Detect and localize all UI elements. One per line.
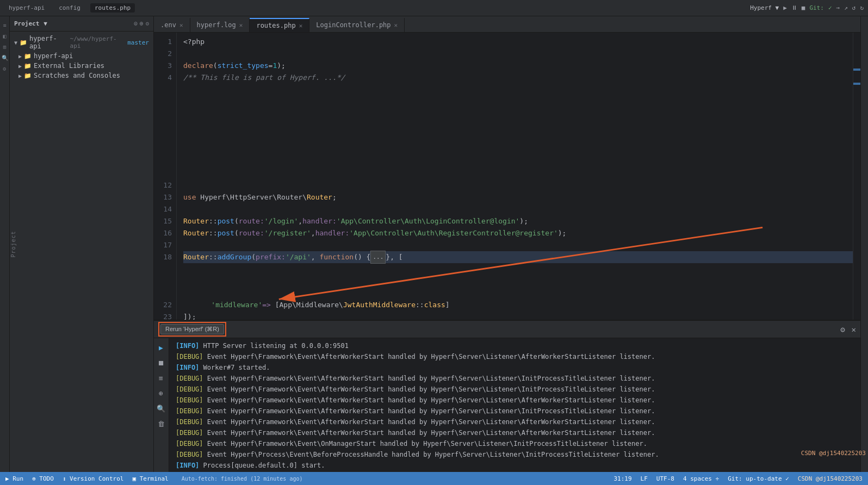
code-editor[interactable]: 1 2 3 4 12 13 14 15 16 17 18 <box>154 33 860 320</box>
autofetch-text: Auto-fetch: finished (12 minutes ago) <box>182 476 303 482</box>
project-header: Project ▼ ⊙ ⊕ ⚙ <box>10 16 153 32</box>
subfolder-icon: 📁 <box>24 53 32 60</box>
git-undo[interactable]: ↺ <box>852 4 856 11</box>
panel-output: [INFO] HTTP Server listening at 0.0.0.0:… <box>169 338 860 472</box>
panel-close-icon[interactable]: ✕ <box>852 325 856 334</box>
bottom-content: ▶ ⏹ ≡ ⊕ 🔍 🗑 [INFO] HTTP Server listening… <box>154 338 860 472</box>
root-label: hyperf-api <box>29 35 66 50</box>
code-line-gap10 <box>183 275 853 287</box>
output-line: [DEBUG] Event Hyperf\Framework\Event\Aft… <box>169 427 860 438</box>
sidebar-icons: ≡ ◧ ⊞ 🔍 ⚙ <box>0 16 10 472</box>
tab-login-close[interactable]: ✕ <box>394 22 398 29</box>
bottom-panel-header: Rerun 'Hyperf' (⌘R) ⚙ ✕ <box>154 321 860 338</box>
rerun-button[interactable]: Rerun 'Hyperf' (⌘R) <box>160 324 224 334</box>
status-run[interactable]: ▶ Run <box>5 475 23 482</box>
code-line-22: 'middleware' => [App\Middleware\JwtAuthM… <box>183 299 853 311</box>
code-line-2 <box>183 48 853 60</box>
sidebar-icon-2[interactable]: ◧ <box>1 32 9 40</box>
tab-env-close[interactable]: ✕ <box>179 22 183 29</box>
output-line: [INFO] Worker#7 started. <box>169 362 860 373</box>
git-forward[interactable]: → <box>836 4 840 11</box>
code-line-1: <?php <box>183 36 853 48</box>
project-tool-2[interactable]: ⊕ <box>140 20 144 27</box>
tree-root[interactable]: ▼ 📁 hyperf-api ~/www/hyperf-api master <box>10 34 153 51</box>
scratch-label: Scratches and Consoles <box>34 72 120 79</box>
ext-lib-label: External Libraries <box>34 62 104 70</box>
code-line-15: Router::post( route: '/login', handler: … <box>183 215 853 227</box>
code-line-gap3 <box>183 108 853 120</box>
tab-login-controller[interactable]: LoginController.php ✕ <box>309 18 405 32</box>
code-content: <?php declare(strict_types=1); /** This … <box>177 33 853 320</box>
code-line-17 <box>183 239 853 251</box>
tab-hyperf-log[interactable]: hyperf.log ✕ <box>190 18 250 32</box>
editor-wrapper: .env ✕ hyperf.log ✕ routes.php ✕ LoginCo… <box>154 16 860 472</box>
top-bar-right: Hyperf ▼ ▶ ⏸ ■ Git: ✓ → ↗ ↺ ↻ <box>750 4 864 11</box>
code-line-4: /** This file is part of Hyperf. ...*/ <box>183 72 853 84</box>
sidebar-icon-3[interactable]: ⊞ <box>1 42 9 51</box>
output-line: [DEBUG] Event Hyperf\Framework\Event\Aft… <box>169 373 860 384</box>
tree-hyperf-api[interactable]: ▶ 📁 hyperf-api <box>10 51 153 61</box>
status-bar-right: 31:19 LF UTF-8 4 spaces ÷ Git: up-to-dat… <box>613 475 863 482</box>
git-arrow[interactable]: ↗ <box>844 4 848 11</box>
status-todo[interactable]: ⊕ TODO <box>32 475 54 482</box>
tree-scratches[interactable]: ▶ 📁 Scratches and Consoles <box>10 71 153 80</box>
tab-routes-close[interactable]: ✕ <box>299 22 303 29</box>
stop-icon[interactable]: ■ <box>802 4 805 11</box>
line-numbers: 1 2 3 4 12 13 14 15 16 17 18 <box>154 33 177 320</box>
run-icon[interactable]: ▶ <box>783 4 787 11</box>
project-dropdown-icon[interactable]: ▼ <box>44 20 47 27</box>
code-line-23: ]); <box>183 311 853 320</box>
status-bar: ▶ Run ⊕ TODO ↕ Version Control ▣ Termina… <box>0 472 868 485</box>
editor-scrollbar-gutter <box>853 33 860 320</box>
output-line: [DEBUG] Event Hyperf\Process\Event\Befor… <box>169 449 860 460</box>
code-line-16: Router::post( route: '/register', handle… <box>183 227 853 239</box>
git-status: Git: <box>809 4 824 11</box>
status-lf: LF <box>641 475 648 482</box>
output-line: [DEBUG] Event Hyperf\Framework\Event\Aft… <box>169 406 860 416</box>
sidebar-icon-5[interactable]: ⚙ <box>1 64 9 73</box>
git-redo[interactable]: ↻ <box>860 4 864 11</box>
tab-hyperf-api[interactable]: hyperf-api <box>4 3 49 13</box>
output-line: [DEBUG] Event Hyperf\Framework\Event\Aft… <box>169 384 860 395</box>
top-bar: hyperf-api config routes.php Hyperf ▼ ▶ … <box>0 0 868 16</box>
tree-external-libraries[interactable]: ▶ 📁 External Libraries <box>10 61 153 71</box>
output-line: [DEBUG] Event Hyperf\Framework\Event\Aft… <box>169 416 860 427</box>
panel-search-btn[interactable]: 🔍 <box>154 401 168 415</box>
hyperf-menu[interactable]: Hyperf ▼ <box>750 4 779 11</box>
arrow-down-icon: ▼ <box>14 40 17 46</box>
panel-filter-btn[interactable]: ⊕ <box>154 386 168 400</box>
code-line-14 <box>183 203 853 215</box>
watermark: CSDN @dj1540225203 <box>801 450 866 457</box>
side-label-project: Project <box>10 231 16 257</box>
editor-tabs: .env ✕ hyperf.log ✕ routes.php ✕ LoginCo… <box>154 16 860 33</box>
code-line-gap5 <box>183 132 853 144</box>
tab-routes-active[interactable]: routes.php ✕ <box>250 18 309 32</box>
sidebar-icon-4[interactable]: 🔍 <box>1 53 9 62</box>
status-terminal[interactable]: ▣ Terminal <box>132 475 168 482</box>
code-line-13: use Hyperf\HttpServer\Router\Router; <box>183 191 853 203</box>
arrow-right-icon: ▶ <box>18 53 22 59</box>
project-tree: ▼ 📁 hyperf-api ~/www/hyperf-api master ▶… <box>10 32 153 472</box>
output-line: [INFO] HTTP Server listening at 0.0.0.0:… <box>169 340 860 351</box>
rerun-button-highlight: Rerun 'Hyperf' (⌘R) <box>158 322 226 337</box>
project-tool-1[interactable]: ⊙ <box>134 20 138 27</box>
status-version-control[interactable]: ↕ Version Control <box>63 475 124 482</box>
panel-stop-btn[interactable]: ⏹ <box>154 356 168 370</box>
main-layout: ≡ ◧ ⊞ 🔍 ⚙ Project ▼ ⊙ ⊕ ⚙ ▼ 📁 hyperf-api… <box>0 16 868 472</box>
status-utf8: UTF-8 <box>656 475 674 482</box>
panel-trash-btn[interactable]: 🗑 <box>154 416 168 431</box>
tab-routes[interactable]: routes.php <box>90 3 135 13</box>
bottom-panel: Rerun 'Hyperf' (⌘R) ⚙ ✕ ▶ ⏹ ≡ ⊕ 🔍 🗑 [INF… <box>154 320 860 472</box>
panel-gear-icon[interactable]: ⚙ <box>840 325 845 334</box>
tab-env[interactable]: .env ✕ <box>154 18 190 32</box>
project-tool-3[interactable]: ⚙ <box>145 20 149 27</box>
pause-icon[interactable]: ⏸ <box>791 4 797 11</box>
status-spaces: 4 spaces ÷ <box>683 475 719 482</box>
tab-config[interactable]: config <box>54 3 85 13</box>
scratch-arrow-icon: ▶ <box>18 73 22 79</box>
sidebar-icon-1[interactable]: ≡ <box>1 21 9 29</box>
panel-list-btn[interactable]: ≡ <box>154 371 168 385</box>
panel-run-btn[interactable]: ▶ <box>154 340 168 355</box>
tab-log-close[interactable]: ✕ <box>239 22 243 29</box>
branch-label: master <box>127 39 149 46</box>
